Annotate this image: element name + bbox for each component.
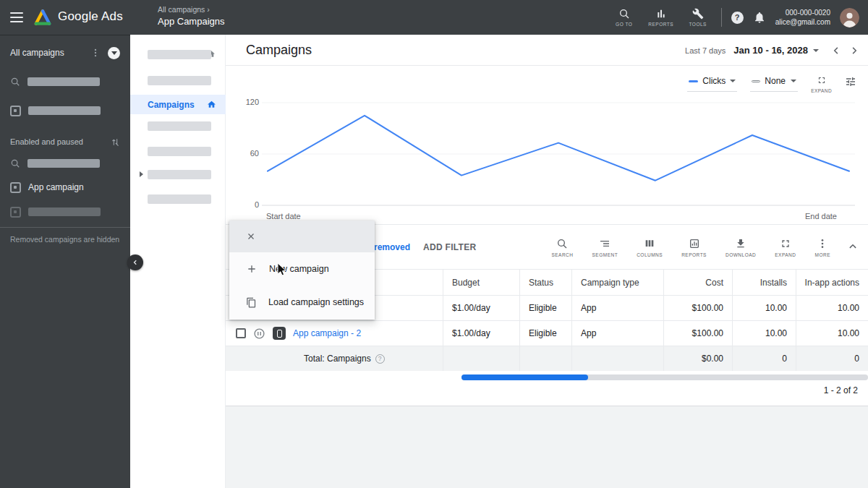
header-cost[interactable]: Cost: [663, 270, 732, 295]
sidebar-item-all-campaigns[interactable]: All campaigns: [0, 43, 130, 63]
installs-cell: 10.00: [732, 296, 796, 320]
add-filter-button[interactable]: ADD FILTER: [423, 242, 476, 252]
header-status[interactable]: Status: [519, 270, 571, 295]
header-budget[interactable]: Budget: [443, 270, 519, 295]
topbar-actions: GO TO REPORTS TOOLS ? 000-000-0020 alice…: [610, 0, 859, 35]
chart-expand-button[interactable]: EXPAND: [811, 75, 832, 93]
total-label-cell: Total: Campaigns ?: [226, 346, 443, 371]
date-range-picker[interactable]: Last 7 days Jan 10 - 16, 2028: [685, 35, 861, 66]
table-total-row: Total: Campaigns ? $0.00 0 0: [226, 346, 868, 371]
campaign-link[interactable]: App campaign - 2: [293, 328, 361, 338]
next-period-button[interactable]: [848, 44, 861, 57]
skeleton-bar: [148, 76, 211, 85]
header-campaign-type[interactable]: Campaign type: [571, 270, 663, 295]
filter-chip-removed[interactable]: removed: [374, 242, 410, 252]
menu-icon[interactable]: [10, 12, 23, 25]
row-checkbox[interactable]: [236, 328, 246, 338]
more-button[interactable]: MORE: [815, 238, 831, 257]
metric-selector-1[interactable]: Clicks: [687, 74, 737, 92]
sidebar-filter-row: Enabled and paused: [0, 132, 130, 152]
more-label: MORE: [815, 252, 831, 257]
help-icon[interactable]: ?: [731, 12, 744, 24]
help-icon[interactable]: ?: [375, 354, 385, 364]
sidebar-item-dimmed[interactable]: [0, 202, 130, 222]
campaign-icon: [10, 207, 21, 218]
breadcrumb-parent[interactable]: All campaigns ›: [158, 5, 225, 14]
menu-item-new-campaign[interactable]: New campaign: [229, 252, 375, 286]
sort-icon[interactable]: [111, 137, 120, 147]
reports-button[interactable]: REPORTS: [681, 238, 707, 257]
horizontal-scrollbar-thumb[interactable]: [461, 374, 588, 380]
skeleton-bar: [148, 194, 211, 204]
sidebar-collapse-handle[interactable]: [127, 254, 143, 270]
header-installs[interactable]: Installs: [732, 270, 796, 295]
skeleton-bar: [28, 106, 101, 115]
campaign-cell: App campaign - 2: [226, 321, 443, 346]
expand-button[interactable]: EXPAND: [775, 238, 796, 257]
paused-status-icon[interactable]: [253, 328, 265, 340]
reports-label: REPORTS: [648, 22, 673, 27]
more-options-icon[interactable]: [90, 48, 101, 58]
segment-button[interactable]: SEGMENT: [592, 238, 618, 257]
status-cell: Eligible: [519, 321, 571, 346]
search-icon[interactable]: [10, 77, 20, 87]
google-ads-logo-icon[interactable]: [33, 9, 52, 26]
horizontal-scrollbar-track[interactable]: [461, 374, 868, 380]
app-campaign-icon: [10, 182, 21, 193]
sidebar-campaign-row[interactable]: [0, 100, 130, 121]
account-info[interactable]: 000-000-0020 alice@gmail.com: [775, 8, 830, 27]
collapse-table-chevron-icon[interactable]: [846, 240, 859, 253]
y-tick-60: 60: [234, 149, 259, 158]
reports-button[interactable]: REPORTS: [647, 8, 675, 27]
type-cell: App: [571, 321, 663, 346]
chart-settings-icon[interactable]: [845, 76, 856, 87]
subnav-item-campaigns[interactable]: Campaigns: [130, 95, 226, 114]
tools-label: TOOLS: [689, 22, 706, 27]
menu-item-load-campaign-settings[interactable]: Load campaign settings: [229, 286, 375, 319]
sidebar-item-app-campaign[interactable]: App campaign: [0, 177, 130, 197]
metric-2-label: None: [765, 76, 786, 86]
breadcrumb-chevron-icon: ›: [207, 5, 210, 14]
installs-cell: 10.00: [732, 321, 796, 346]
table-tools: SEARCH SEGMENT COLUMNS REPORTS DOWNLOAD: [551, 225, 830, 270]
campaigns-nav-label: Campaigns: [148, 100, 195, 110]
download-button[interactable]: DOWNLOAD: [726, 238, 756, 257]
top-app-bar: Google Ads All campaigns › App Campaigns…: [0, 0, 868, 35]
skeleton-bar: [28, 207, 101, 216]
collapse-all-icon[interactable]: [108, 47, 120, 59]
chevron-down-icon: [813, 49, 819, 52]
columns-button[interactable]: COLUMNS: [637, 238, 663, 257]
header-inapp-actions[interactable]: In-app actions: [796, 270, 868, 295]
breadcrumb-parent-label: All campaigns: [158, 5, 205, 14]
date-range-label: Jan 10 - 16, 2028: [733, 45, 808, 56]
goto-button[interactable]: GO TO: [610, 8, 638, 27]
metric-selector-2[interactable]: None: [750, 74, 798, 92]
expand-icon: [817, 75, 827, 85]
close-icon[interactable]: [246, 231, 256, 241]
budget-cell[interactable]: $1.00/day: [443, 321, 519, 346]
navigation-sidebar: All campaigns Enabled and paused App cam…: [0, 35, 130, 488]
budget-cell[interactable]: $1.00/day: [443, 296, 519, 320]
notifications-bell-icon[interactable]: [753, 11, 766, 24]
total-status-cell: [519, 346, 571, 371]
chevron-down-icon: [730, 80, 736, 82]
clicks-series-swatch: [689, 80, 698, 82]
cost-cell: $100.00: [663, 296, 732, 320]
metric-1-label: Clicks: [702, 76, 726, 86]
total-cost-cell: $0.00: [663, 346, 732, 371]
expand-arrow-icon[interactable]: [140, 171, 143, 177]
search-button[interactable]: SEARCH: [551, 238, 573, 257]
skeleton-bar: [27, 77, 100, 86]
table-row: App campaign - 2 $1.00/day Eligible App …: [226, 321, 868, 346]
sidebar-search-row-2: [0, 153, 130, 174]
tools-button[interactable]: TOOLS: [684, 8, 712, 27]
status-cell: Eligible: [519, 296, 571, 320]
previous-period-button[interactable]: [830, 44, 843, 57]
columns-label: COLUMNS: [637, 252, 663, 257]
avatar[interactable]: [840, 8, 859, 27]
segment-label: SEGMENT: [592, 252, 618, 257]
app-campaign-icon: [273, 327, 286, 340]
search-icon[interactable]: [10, 158, 20, 168]
home-icon: [207, 100, 216, 109]
secondary-nav-panel: Campaigns: [130, 35, 226, 488]
